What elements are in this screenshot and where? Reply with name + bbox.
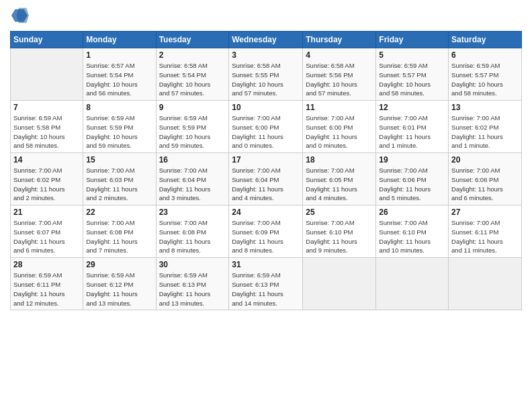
calendar-cell: 24Sunrise: 7:00 AM Sunset: 6:09 PM Dayli…	[229, 205, 303, 258]
calendar-cell: 25Sunrise: 7:00 AM Sunset: 6:10 PM Dayli…	[303, 205, 376, 258]
calendar-cell: 20Sunrise: 7:00 AM Sunset: 6:06 PM Dayli…	[449, 153, 522, 205]
day-number: 19	[379, 155, 445, 165]
calendar-header-monday: Monday	[83, 32, 156, 48]
day-info: Sunrise: 6:59 AM Sunset: 6:11 PM Dayligh…	[13, 271, 80, 308]
calendar-cell: 30Sunrise: 6:59 AM Sunset: 6:13 PM Dayli…	[156, 258, 229, 310]
calendar-cell: 3Sunrise: 6:58 AM Sunset: 5:55 PM Daylig…	[229, 48, 303, 101]
calendar-cell: 12Sunrise: 7:00 AM Sunset: 6:01 PM Dayli…	[376, 101, 449, 153]
day-info: Sunrise: 6:59 AM Sunset: 5:59 PM Dayligh…	[86, 113, 152, 150]
day-info: Sunrise: 7:00 AM Sunset: 6:10 PM Dayligh…	[379, 218, 445, 255]
calendar-cell: 7Sunrise: 6:59 AM Sunset: 5:58 PM Daylig…	[11, 101, 83, 153]
day-info: Sunrise: 6:59 AM Sunset: 6:12 PM Dayligh…	[86, 271, 152, 308]
day-info: Sunrise: 7:00 AM Sunset: 6:06 PM Dayligh…	[451, 166, 519, 203]
day-number: 12	[379, 103, 445, 112]
day-number: 11	[306, 103, 373, 112]
calendar-cell: 10Sunrise: 7:00 AM Sunset: 6:00 PM Dayli…	[229, 101, 303, 153]
day-number: 10	[232, 103, 300, 112]
day-info: Sunrise: 7:00 AM Sunset: 6:02 PM Dayligh…	[451, 113, 519, 150]
day-number: 31	[232, 260, 300, 269]
calendar-cell: 15Sunrise: 7:00 AM Sunset: 6:03 PM Dayli…	[83, 153, 156, 205]
page: SundayMondayTuesdayWednesdayThursdayFrid…	[0, 0, 532, 411]
day-info: Sunrise: 6:59 AM Sunset: 6:13 PM Dayligh…	[159, 271, 226, 308]
calendar-cell: 22Sunrise: 7:00 AM Sunset: 6:08 PM Dayli…	[83, 205, 156, 258]
calendar-cell: 13Sunrise: 7:00 AM Sunset: 6:02 PM Dayli…	[449, 101, 522, 153]
day-info: Sunrise: 7:00 AM Sunset: 6:04 PM Dayligh…	[159, 166, 226, 203]
calendar-week-3: 14Sunrise: 7:00 AM Sunset: 6:02 PM Dayli…	[11, 153, 522, 205]
day-info: Sunrise: 6:59 AM Sunset: 5:57 PM Dayligh…	[451, 61, 519, 98]
day-info: Sunrise: 7:00 AM Sunset: 6:11 PM Dayligh…	[451, 218, 519, 255]
day-info: Sunrise: 7:00 AM Sunset: 6:09 PM Dayligh…	[232, 218, 300, 255]
logo	[10, 7, 32, 26]
day-number: 7	[13, 103, 80, 112]
calendar-cell: 21Sunrise: 7:00 AM Sunset: 6:07 PM Dayli…	[11, 205, 83, 258]
calendar-cell: 18Sunrise: 7:00 AM Sunset: 6:05 PM Dayli…	[303, 153, 376, 205]
calendar: SundayMondayTuesdayWednesdayThursdayFrid…	[10, 31, 522, 310]
day-info: Sunrise: 7:00 AM Sunset: 6:08 PM Dayligh…	[86, 218, 152, 255]
day-number: 29	[86, 260, 152, 269]
calendar-header-sunday: Sunday	[11, 32, 83, 48]
day-number: 26	[379, 208, 445, 217]
calendar-cell: 9Sunrise: 6:59 AM Sunset: 5:59 PM Daylig…	[156, 101, 229, 153]
calendar-header-tuesday: Tuesday	[156, 32, 229, 48]
day-info: Sunrise: 7:00 AM Sunset: 6:07 PM Dayligh…	[13, 218, 80, 255]
day-info: Sunrise: 6:59 AM Sunset: 5:59 PM Dayligh…	[159, 113, 226, 150]
day-info: Sunrise: 6:58 AM Sunset: 5:54 PM Dayligh…	[159, 61, 226, 98]
day-number: 8	[86, 103, 152, 112]
day-number: 6	[451, 50, 519, 60]
day-number: 1	[86, 50, 152, 60]
calendar-cell: 11Sunrise: 7:00 AM Sunset: 6:00 PM Dayli…	[303, 101, 376, 153]
calendar-cell: 28Sunrise: 6:59 AM Sunset: 6:11 PM Dayli…	[11, 258, 83, 310]
calendar-header-thursday: Thursday	[303, 32, 376, 48]
day-number: 21	[13, 208, 80, 217]
day-info: Sunrise: 7:00 AM Sunset: 6:02 PM Dayligh…	[13, 166, 80, 203]
day-number: 22	[86, 208, 152, 217]
calendar-header-friday: Friday	[376, 32, 449, 48]
day-number: 14	[13, 155, 80, 165]
calendar-cell: 1Sunrise: 6:57 AM Sunset: 5:54 PM Daylig…	[83, 48, 156, 101]
day-info: Sunrise: 7:00 AM Sunset: 6:01 PM Dayligh…	[379, 113, 445, 150]
day-number: 3	[232, 50, 300, 60]
day-info: Sunrise: 7:00 AM Sunset: 6:04 PM Dayligh…	[232, 166, 300, 203]
calendar-week-2: 7Sunrise: 6:59 AM Sunset: 5:58 PM Daylig…	[11, 101, 522, 153]
day-number: 28	[13, 260, 80, 269]
day-number: 9	[159, 103, 226, 112]
day-number: 27	[451, 208, 519, 217]
logo-icon	[10, 7, 29, 26]
day-number: 13	[451, 103, 519, 112]
calendar-cell: 16Sunrise: 7:00 AM Sunset: 6:04 PM Dayli…	[156, 153, 229, 205]
calendar-header-wednesday: Wednesday	[229, 32, 303, 48]
day-number: 18	[306, 155, 373, 165]
day-info: Sunrise: 7:00 AM Sunset: 6:03 PM Dayligh…	[86, 166, 152, 203]
day-number: 5	[379, 50, 445, 60]
calendar-cell	[303, 258, 376, 310]
calendar-week-4: 21Sunrise: 7:00 AM Sunset: 6:07 PM Dayli…	[11, 205, 522, 258]
calendar-cell	[376, 258, 449, 310]
day-info: Sunrise: 7:00 AM Sunset: 6:05 PM Dayligh…	[306, 166, 373, 203]
calendar-cell	[449, 258, 522, 310]
day-number: 23	[159, 208, 226, 217]
day-number: 25	[306, 208, 373, 217]
calendar-cell: 27Sunrise: 7:00 AM Sunset: 6:11 PM Dayli…	[449, 205, 522, 258]
day-number: 24	[232, 208, 300, 217]
day-number: 20	[451, 155, 519, 165]
calendar-week-5: 28Sunrise: 6:59 AM Sunset: 6:11 PM Dayli…	[11, 258, 522, 310]
day-info: Sunrise: 7:00 AM Sunset: 6:00 PM Dayligh…	[232, 113, 300, 150]
calendar-cell: 23Sunrise: 7:00 AM Sunset: 6:08 PM Dayli…	[156, 205, 229, 258]
day-number: 16	[159, 155, 226, 165]
day-number: 2	[159, 50, 226, 60]
calendar-cell: 26Sunrise: 7:00 AM Sunset: 6:10 PM Dayli…	[376, 205, 449, 258]
day-info: Sunrise: 7:00 AM Sunset: 6:08 PM Dayligh…	[159, 218, 226, 255]
calendar-cell: 6Sunrise: 6:59 AM Sunset: 5:57 PM Daylig…	[449, 48, 522, 101]
calendar-cell: 19Sunrise: 7:00 AM Sunset: 6:06 PM Dayli…	[376, 153, 449, 205]
day-number: 30	[159, 260, 226, 269]
day-info: Sunrise: 6:59 AM Sunset: 5:57 PM Dayligh…	[379, 61, 445, 98]
day-info: Sunrise: 6:58 AM Sunset: 5:55 PM Dayligh…	[232, 61, 300, 98]
calendar-cell: 17Sunrise: 7:00 AM Sunset: 6:04 PM Dayli…	[229, 153, 303, 205]
calendar-cell	[11, 48, 83, 101]
calendar-cell: 29Sunrise: 6:59 AM Sunset: 6:12 PM Dayli…	[83, 258, 156, 310]
calendar-cell: 31Sunrise: 6:59 AM Sunset: 6:13 PM Dayli…	[229, 258, 303, 310]
svg-marker-1	[16, 8, 29, 23]
day-info: Sunrise: 7:00 AM Sunset: 6:06 PM Dayligh…	[379, 166, 445, 203]
calendar-header-row: SundayMondayTuesdayWednesdayThursdayFrid…	[11, 32, 522, 48]
day-info: Sunrise: 7:00 AM Sunset: 6:10 PM Dayligh…	[306, 218, 373, 255]
